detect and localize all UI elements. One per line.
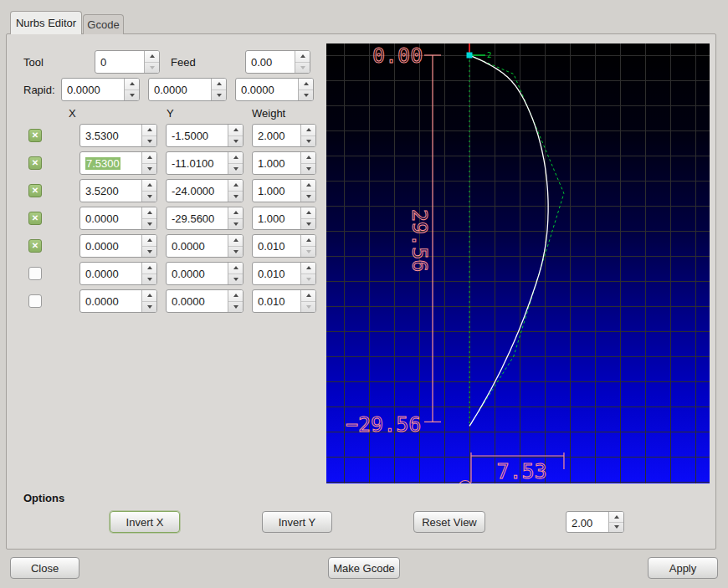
- spin-value[interactable]: 0.010: [253, 290, 300, 312]
- spinner-buttons[interactable]: [228, 125, 243, 146]
- spin-up-icon[interactable]: [142, 180, 156, 192]
- spin-down-icon[interactable]: [142, 219, 156, 230]
- spin-down-icon[interactable]: [301, 192, 315, 202]
- spin-value[interactable]: 2.000: [253, 125, 300, 146]
- spinner-buttons[interactable]: [300, 180, 315, 202]
- spin-down-icon[interactable]: [142, 247, 156, 258]
- spin-up-icon[interactable]: [228, 235, 243, 247]
- spinner-buttons[interactable]: [228, 235, 243, 257]
- spin-down-icon[interactable]: [125, 90, 139, 101]
- tab-nurbs-editor[interactable]: Nurbs Editor: [10, 11, 82, 34]
- nurbs-preview-plot[interactable]: 20.0029.56−29.567.53: [326, 43, 710, 483]
- point-5-y-spinbox[interactable]: 0.0000: [166, 234, 244, 258]
- point-3-x-spinbox[interactable]: 3.5200: [79, 179, 157, 202]
- spin-value[interactable]: 0.010: [253, 263, 300, 284]
- point-1-enabled-checkbox[interactable]: ✕: [28, 129, 42, 142]
- spin-down-icon[interactable]: [228, 302, 243, 313]
- spin-value[interactable]: 1.000: [253, 180, 300, 202]
- spin-up-icon[interactable]: [125, 79, 139, 90]
- spin-up-icon[interactable]: [142, 235, 156, 247]
- point-1-y-spinbox[interactable]: -1.5000: [166, 124, 244, 147]
- spinner-buttons[interactable]: [141, 152, 156, 174]
- point-3-weight-spinbox[interactable]: 1.000: [252, 179, 316, 202]
- point-4-x-spinbox[interactable]: 0.0000: [79, 207, 157, 230]
- point-6-weight-spinbox[interactable]: 0.010: [252, 262, 316, 285]
- spin-up-icon[interactable]: [301, 263, 315, 274]
- point-2-x-spinbox[interactable]: 7.5300: [79, 151, 157, 175]
- spin-down-icon[interactable]: [301, 136, 315, 147]
- spin-up-icon[interactable]: [299, 79, 313, 90]
- point-7-weight-spinbox[interactable]: 0.010: [252, 289, 316, 313]
- point-6-x-spinbox[interactable]: 0.0000: [79, 262, 157, 285]
- spinner-buttons[interactable]: [228, 263, 243, 284]
- point-2-weight-spinbox[interactable]: 1.000: [252, 151, 316, 175]
- spin-value[interactable]: 0: [95, 51, 144, 73]
- spin-up-icon[interactable]: [301, 235, 315, 247]
- spin-down-icon[interactable]: [228, 274, 243, 285]
- spin-value[interactable]: 0.0000: [80, 290, 141, 312]
- spin-up-icon[interactable]: [145, 51, 159, 63]
- point-7-enabled-checkbox[interactable]: [28, 294, 42, 308]
- spin-value[interactable]: 0.0000: [80, 263, 141, 284]
- spinner-buttons[interactable]: [300, 290, 315, 312]
- point-1-x-spinbox[interactable]: 3.5300: [79, 124, 157, 147]
- spin-down-icon[interactable]: [142, 136, 156, 147]
- spinner-buttons[interactable]: [141, 207, 156, 229]
- point-1-weight-spinbox[interactable]: 2.000: [252, 124, 316, 147]
- close-button[interactable]: Close: [10, 557, 79, 579]
- spin-value[interactable]: -29.5600: [167, 207, 228, 229]
- spin-up-icon[interactable]: [301, 125, 315, 136]
- spin-value-selected-text[interactable]: 7.5300: [85, 157, 120, 170]
- tab-gcode[interactable]: Gcode: [83, 14, 124, 34]
- spinner-buttons[interactable]: [228, 290, 243, 312]
- spin-up-icon[interactable]: [142, 152, 156, 164]
- spin-down-icon[interactable]: [301, 302, 315, 313]
- spinner-buttons[interactable]: [141, 125, 156, 146]
- spin-up-icon[interactable]: [295, 51, 310, 63]
- spin-down-icon[interactable]: [299, 90, 313, 101]
- spin-value[interactable]: 0.00: [246, 51, 295, 73]
- spin-down-icon[interactable]: [142, 274, 156, 285]
- spinner-buttons[interactable]: [228, 180, 243, 202]
- rapid-z-spinbox[interactable]: 0.0000: [235, 78, 314, 101]
- spin-value[interactable]: 0.0000: [149, 79, 211, 100]
- spinner-buttons[interactable]: [228, 152, 243, 174]
- spin-down-icon[interactable]: [142, 164, 156, 175]
- spin-up-icon[interactable]: [228, 152, 243, 164]
- spin-value[interactable]: 0.0000: [80, 207, 141, 229]
- spin-down-icon[interactable]: [212, 90, 226, 101]
- spinner-buttons[interactable]: [141, 290, 156, 312]
- spin-up-icon[interactable]: [228, 125, 243, 136]
- spin-value[interactable]: 0.0000: [62, 79, 124, 100]
- spin-down-icon[interactable]: [301, 219, 315, 230]
- spinner-buttons[interactable]: [124, 79, 139, 100]
- point-7-x-spinbox[interactable]: 0.0000: [79, 289, 157, 313]
- spin-up-icon[interactable]: [228, 207, 243, 219]
- reset-view-button[interactable]: Reset View: [413, 511, 485, 533]
- spin-value[interactable]: 0.010: [253, 235, 300, 257]
- tool-spinbox[interactable]: 0: [95, 50, 160, 74]
- spin-up-icon[interactable]: [301, 152, 315, 164]
- spin-value[interactable]: 0.0000: [167, 290, 228, 312]
- point-4-y-spinbox[interactable]: -29.5600: [166, 207, 244, 230]
- spin-down-icon[interactable]: [301, 274, 315, 285]
- apply-button[interactable]: Apply: [648, 557, 718, 579]
- spin-up-icon[interactable]: [142, 125, 156, 136]
- scale-spinbox[interactable]: 2.00: [566, 511, 624, 533]
- spinner-buttons[interactable]: [298, 79, 313, 100]
- point-2-enabled-checkbox[interactable]: ✕: [28, 156, 42, 170]
- spin-up-icon[interactable]: [142, 207, 156, 219]
- spinner-buttons[interactable]: [141, 235, 156, 257]
- spin-up-icon[interactable]: [142, 290, 156, 302]
- spinner-buttons[interactable]: [300, 152, 315, 174]
- spin-down-icon[interactable]: [301, 164, 315, 175]
- spin-value[interactable]: 0.0000: [80, 235, 141, 257]
- point-6-enabled-checkbox[interactable]: [28, 267, 42, 280]
- spin-value[interactable]: 1.000: [253, 207, 300, 229]
- spin-value[interactable]: -1.5000: [167, 125, 228, 146]
- spin-down-icon[interactable]: [145, 63, 159, 74]
- spin-down-icon[interactable]: [142, 302, 156, 313]
- spinner-buttons[interactable]: [300, 235, 315, 257]
- spin-down-icon[interactable]: [228, 164, 243, 175]
- spinner-buttons[interactable]: [300, 263, 315, 284]
